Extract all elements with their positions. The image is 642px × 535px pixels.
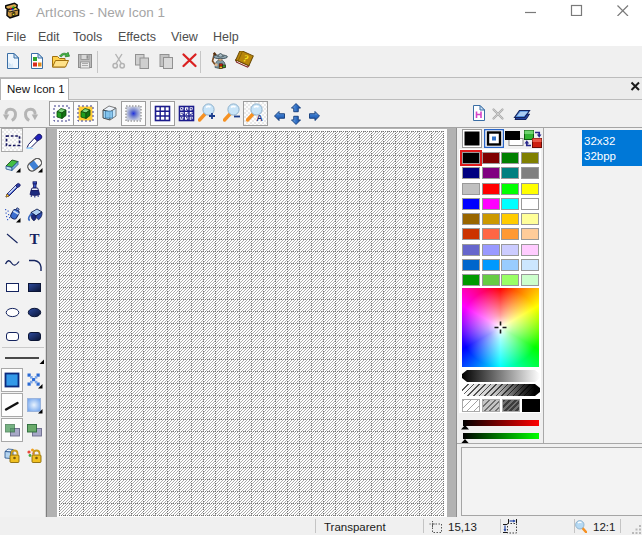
svg-text:A: A — [256, 113, 263, 123]
svg-text:T: T — [29, 231, 39, 247]
